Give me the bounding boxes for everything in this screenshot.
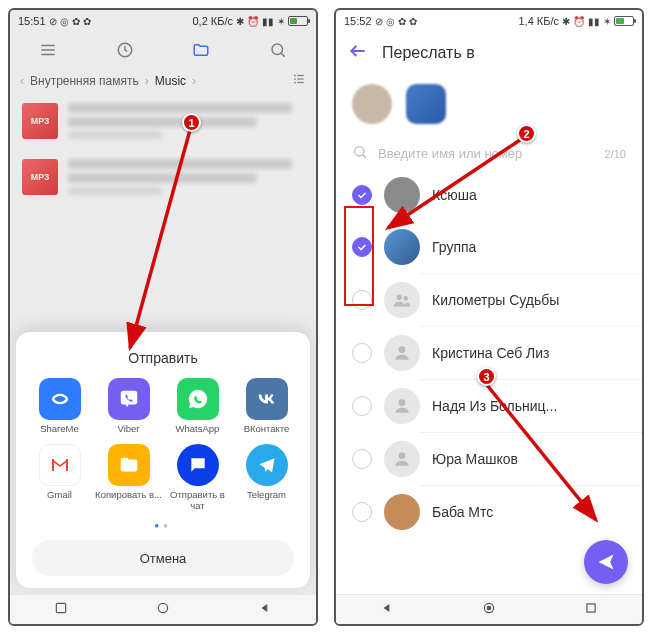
app-copy[interactable]: Копировать в...: [95, 444, 162, 511]
svg-rect-12: [56, 603, 65, 612]
forward-title: Переслать в: [382, 44, 475, 62]
status-time: 15:52: [344, 15, 372, 27]
battery-icon: [614, 16, 634, 26]
avatar: [384, 388, 420, 424]
checkbox-icon[interactable]: [352, 290, 372, 310]
group-avatar-icon: [384, 282, 420, 318]
send-icon: [596, 552, 616, 572]
checkbox-icon[interactable]: [352, 502, 372, 522]
contact-name: Ксюша: [432, 187, 477, 203]
checkbox-icon[interactable]: [352, 185, 372, 205]
search-row[interactable]: Введите имя или номер 2/10: [336, 138, 642, 169]
checkbox-icon[interactable]: [352, 237, 372, 257]
contact-row[interactable]: Километры Судьбы: [336, 274, 642, 326]
share-overlay[interactable]: Отправить ShareMe Viber: [10, 10, 316, 594]
annotation-marker-3: 3: [477, 367, 496, 386]
nav-bar: [336, 594, 642, 624]
contact-name: Юра Машков: [432, 451, 518, 467]
contact-row[interactable]: Группа: [336, 221, 642, 273]
avatar: [384, 441, 420, 477]
contact-row[interactable]: Юра Машков: [336, 433, 642, 485]
contact-name: Группа: [432, 239, 476, 255]
shareme-icon: [39, 378, 81, 420]
avatar: [384, 229, 420, 265]
share-sheet: Отправить ShareMe Viber: [16, 332, 310, 588]
copy-folder-icon: [108, 444, 150, 486]
app-telegram[interactable]: Telegram: [233, 444, 300, 511]
svg-rect-24: [587, 603, 595, 611]
phone-right: 15:52 ⊘ ◎ ✿ ✿ 1,4 КБ/с ✱ ⏰ ▮▮ ✶ Переслат…: [334, 8, 644, 626]
contact-name: Километры Судьбы: [432, 292, 559, 308]
svg-line-16: [363, 155, 366, 158]
forward-header: Переслать в: [336, 32, 642, 74]
svg-point-15: [355, 147, 364, 156]
svg-point-20: [399, 399, 406, 406]
settings-icon: ✿: [398, 16, 406, 27]
nav-home-icon[interactable]: [156, 601, 170, 619]
whatsapp-icon: [177, 378, 219, 420]
svg-point-23: [487, 606, 491, 610]
gmail-icon: [39, 444, 81, 486]
telegram-icon: [246, 444, 288, 486]
app-whatsapp[interactable]: WhatsApp: [164, 378, 231, 434]
contact-row[interactable]: Баба Мтс: [336, 486, 642, 538]
avatar: [384, 177, 420, 213]
camera-icon: ◎: [386, 16, 395, 27]
cancel-button[interactable]: Отмена: [32, 540, 294, 576]
recent-contacts: [336, 74, 642, 138]
app-gmail[interactable]: Gmail: [26, 444, 93, 511]
nav-back-icon[interactable]: [54, 601, 68, 619]
nav-recent-icon[interactable]: [584, 601, 598, 619]
svg-point-21: [399, 452, 406, 459]
viber-icon: [108, 378, 150, 420]
settings-icon-2: ✿: [409, 16, 417, 27]
selection-count: 2/10: [605, 148, 626, 160]
svg-point-17: [397, 295, 403, 301]
annotation-marker-1: 1: [182, 113, 201, 132]
contact-row[interactable]: Ксюша: [336, 169, 642, 221]
app-vk[interactable]: ВКонтакте: [233, 378, 300, 434]
vk-icon: [246, 378, 288, 420]
nav-recent-icon[interactable]: [258, 601, 272, 619]
svg-point-13: [158, 603, 167, 612]
search-icon: [352, 144, 368, 163]
share-title: Отправить: [22, 350, 304, 366]
status-bar: 15:52 ⊘ ◎ ✿ ✿ 1,4 КБ/с ✱ ⏰ ▮▮ ✶: [336, 10, 642, 32]
contact-name: Надя Из Больниц...: [432, 398, 557, 414]
send-fab[interactable]: [584, 540, 628, 584]
checkbox-icon[interactable]: [352, 449, 372, 469]
alarm-icon: ⏰: [573, 16, 585, 27]
bluetooth-icon: ✱: [562, 16, 570, 27]
app-viber[interactable]: Viber: [95, 378, 162, 434]
avatar[interactable]: [406, 84, 446, 124]
avatar[interactable]: [352, 84, 392, 124]
annotation-marker-2: 2: [517, 124, 536, 143]
svg-point-19: [399, 346, 406, 353]
app-shareme[interactable]: ShareMe: [26, 378, 93, 434]
nav-bar: [10, 594, 316, 624]
chat-bubble-icon: [177, 444, 219, 486]
contact-name: Кристина Себ Лиз: [432, 345, 549, 361]
wifi-icon: ✶: [603, 16, 611, 27]
checkbox-icon[interactable]: [352, 343, 372, 363]
nav-back-icon[interactable]: [380, 601, 394, 619]
app-grid: ShareMe Viber WhatsApp: [22, 378, 304, 511]
avatar: [384, 494, 420, 530]
signal-icon: ▮▮: [588, 16, 600, 27]
status-net: 1,4 КБ/с: [518, 15, 559, 27]
page-dots: ●●: [22, 521, 304, 530]
svg-point-18: [403, 296, 408, 301]
nav-home-icon[interactable]: [482, 601, 496, 619]
phone-left: 15:51 ⊘ ◎ ✿ ✿ 0,2 КБ/с ✱ ⏰ ▮▮ ✶ ‹: [8, 8, 318, 626]
back-arrow-icon[interactable]: [348, 41, 368, 65]
avatar: [384, 335, 420, 371]
checkbox-icon[interactable]: [352, 396, 372, 416]
search-placeholder: Введите имя или номер: [378, 146, 522, 161]
app-chat[interactable]: Отправить в чат: [164, 444, 231, 511]
bell-icon: ⊘: [375, 16, 383, 27]
contact-row[interactable]: Надя Из Больниц...: [336, 380, 642, 432]
contact-name: Баба Мтс: [432, 504, 493, 520]
